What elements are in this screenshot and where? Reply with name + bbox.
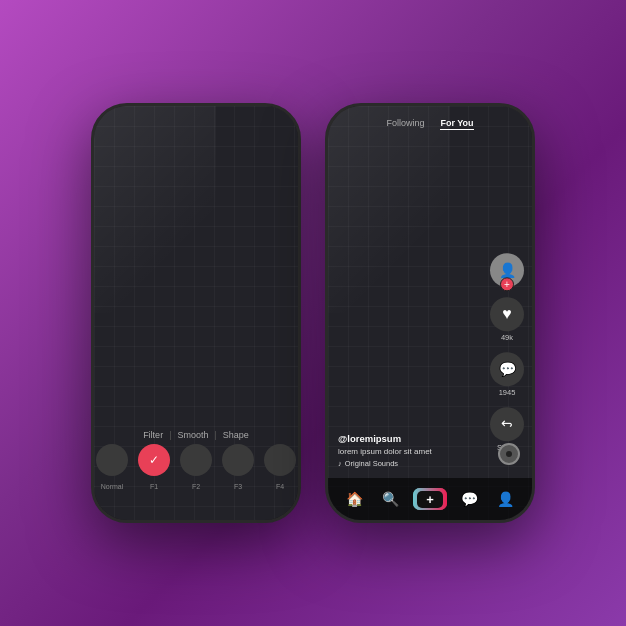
comment-button[interactable]: 💬 — [490, 352, 524, 386]
plus-inner-btn: + — [417, 491, 443, 508]
filter-options: Normal ✓ F1 F2 F3 F4 — [94, 444, 298, 490]
bottom-nav: 🏠 🔍 + 💬 👤 — [328, 478, 532, 520]
nav-tabs: Following For You — [328, 118, 532, 130]
plus-icon: + — [426, 492, 434, 507]
tab-for-you[interactable]: For You — [440, 118, 473, 130]
filter-f1-label: F1 — [150, 483, 158, 490]
avatar-circle[interactable]: 👤 + — [490, 253, 524, 287]
shape-label: Shape — [223, 430, 249, 440]
nav-inbox[interactable]: 💬 — [455, 485, 483, 513]
filter-sep-2: | — [215, 430, 217, 440]
heart-icon: ♥ — [502, 305, 512, 323]
right-phone-screen: Following For You 👤 + ♥ 49k — [328, 106, 532, 520]
filter-bar: Filter | Smooth | Shape — [94, 430, 298, 440]
action-like: ♥ 49k — [490, 297, 524, 342]
sound-name[interactable]: Original Sounds — [345, 459, 398, 468]
comment-icon: 💬 — [499, 361, 516, 377]
filter-f2-label: F2 — [192, 483, 200, 490]
avatar-icon: 👤 — [499, 262, 516, 278]
tab-following[interactable]: Following — [386, 118, 424, 130]
nav-profile[interactable]: 👤 — [492, 485, 520, 513]
music-disc-center — [506, 451, 512, 457]
video-username[interactable]: @loremipsum — [338, 433, 482, 444]
discover-icon: 🔍 — [382, 491, 399, 507]
filter-f4-label: F4 — [276, 483, 284, 490]
action-comment: 💬 1945 — [490, 352, 524, 397]
action-avatar: 👤 + — [490, 253, 524, 287]
video-info: @loremipsum lorem ipsum dolor sit amet ♪… — [338, 433, 482, 468]
like-button[interactable]: ♥ — [490, 297, 524, 331]
share-icon: ↩ — [501, 416, 513, 432]
filter-f4-btn[interactable] — [264, 444, 296, 476]
nav-discover[interactable]: 🔍 — [377, 485, 405, 513]
nav-create[interactable]: + — [413, 488, 447, 510]
filter-f2-btn[interactable] — [180, 444, 212, 476]
side-actions: 👤 + ♥ 49k 💬 1945 — [490, 253, 524, 452]
checkmark-icon: ✓ — [149, 453, 159, 467]
filter-label: Filter — [143, 430, 163, 440]
filter-f1-btn[interactable]: ✓ — [138, 444, 170, 476]
filter-f3-label: F3 — [234, 483, 242, 490]
nav-home[interactable]: 🏠 — [340, 485, 368, 513]
profile-icon: 👤 — [497, 491, 514, 507]
filter-f3-btn[interactable] — [222, 444, 254, 476]
inbox-icon: 💬 — [461, 491, 478, 507]
home-icon: 🏠 — [346, 491, 363, 507]
follow-add-badge[interactable]: + — [500, 277, 514, 291]
phone-right: Following For You 👤 + ♥ 49k — [325, 103, 535, 523]
left-phone-screen: Filter | Smooth | Shape Normal ✓ F1 — [94, 106, 298, 520]
phones-container: Filter | Smooth | Shape Normal ✓ F1 — [91, 103, 535, 523]
filter-normal-label: Normal — [101, 483, 124, 490]
filter-sep-1: | — [169, 430, 171, 440]
video-description: lorem ipsum dolor sit amet — [338, 447, 482, 456]
music-disc — [498, 443, 520, 465]
comment-count: 1945 — [499, 388, 516, 397]
share-button[interactable]: ↩ — [490, 407, 524, 441]
like-count: 49k — [501, 333, 513, 342]
smooth-label: Smooth — [177, 430, 208, 440]
music-note-icon: ♪ — [338, 459, 342, 468]
phone-left: Filter | Smooth | Shape Normal ✓ F1 — [91, 103, 301, 523]
filter-normal-btn[interactable] — [96, 444, 128, 476]
video-sound: ♪ Original Sounds — [338, 459, 482, 468]
